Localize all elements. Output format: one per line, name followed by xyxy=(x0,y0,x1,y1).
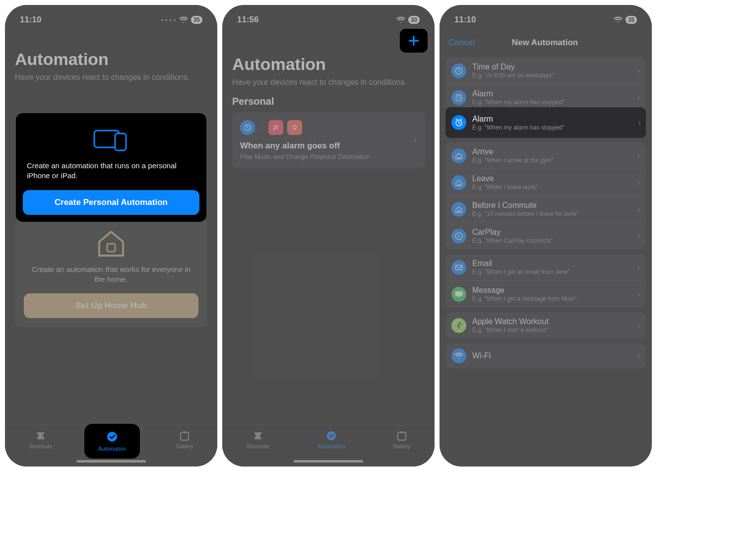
svg-point-8 xyxy=(327,431,336,440)
chevron-right-icon: › xyxy=(637,263,640,272)
alarm-icon xyxy=(451,115,466,130)
gallery-icon xyxy=(178,430,191,441)
tab-automation[interactable]: Automation xyxy=(317,430,345,449)
wifi-icon xyxy=(179,16,188,23)
svg-point-7 xyxy=(293,125,297,129)
house-in-icon xyxy=(451,148,466,163)
automation-icon xyxy=(106,431,119,444)
wifi-icon xyxy=(614,16,623,23)
clock-icon xyxy=(240,120,255,135)
status-time: 11:10 xyxy=(454,15,476,25)
home-icon xyxy=(91,230,131,258)
chevron-right-icon: › xyxy=(637,321,640,330)
shortcuts-icon xyxy=(34,430,47,441)
trigger-row-carplay[interactable]: CarPlayE.g. "When CarPlay connects"› xyxy=(445,222,646,249)
tab-gallery[interactable]: Gallery xyxy=(176,430,193,449)
trigger-group: Apple Watch WorkoutE.g. "When I start a … xyxy=(445,312,646,338)
status-time: 11:56 xyxy=(237,15,258,25)
personal-automation-card: Create an automation that runs on a pers… xyxy=(16,113,206,222)
trigger-row-apple-watch-workout[interactable]: Apple Watch WorkoutE.g. "When I start a … xyxy=(445,312,646,338)
chevron-right-icon: › xyxy=(637,290,640,299)
section-personal: Personal xyxy=(232,96,425,107)
chat-icon xyxy=(451,287,466,302)
chevron-right-icon: › xyxy=(637,351,640,360)
chevron-right-icon: › xyxy=(637,67,640,75)
shortcuts-icon xyxy=(252,430,264,441)
chevron-right-icon: › xyxy=(637,178,640,187)
svg-rect-0 xyxy=(107,244,115,252)
home-indicator xyxy=(294,460,363,463)
arrow-icon: → xyxy=(259,125,264,131)
setup-home-hub-button[interactable]: Set Up Home Hub xyxy=(24,293,198,318)
page-subtitle: Have your devices react to changes in co… xyxy=(15,72,207,83)
trigger-group: Wi-Fi› xyxy=(445,343,646,368)
home-card-text: Create an automation that works for ever… xyxy=(24,265,198,285)
chevron-right-icon: › xyxy=(637,93,640,102)
battery-level: 30 xyxy=(408,16,420,24)
trigger-group: ArriveE.g. "When I arrive at the gym"›Le… xyxy=(445,142,646,249)
gallery-icon xyxy=(395,430,408,441)
commute-icon xyxy=(451,202,466,217)
wifi-icon xyxy=(396,16,405,23)
tab-gallery[interactable]: Gallery xyxy=(393,430,411,449)
battery-level: 35 xyxy=(191,16,202,24)
automation-icon xyxy=(325,430,338,441)
chevron-right-icon: › xyxy=(637,232,640,241)
chevron-right-icon: › xyxy=(414,135,417,145)
modal-nav: Cancel New Automation xyxy=(440,30,652,53)
create-personal-automation-button[interactable]: Create Personal Automation xyxy=(23,190,199,215)
status-time: 11:10 xyxy=(20,15,41,25)
screenshot-1-automation-empty: 11:10 • • • • 35 Automation Have your de… xyxy=(5,5,217,467)
automation-row-alarm[interactable]: → When any alarm goes off Play Music and… xyxy=(232,112,425,168)
trigger-row-wi-fi[interactable]: Wi-Fi› xyxy=(445,343,646,368)
add-automation-button[interactable] xyxy=(400,29,428,53)
trigger-row-leave[interactable]: LeaveE.g. "When I leave work"› xyxy=(445,169,646,196)
trigger-row-arrive[interactable]: ArriveE.g. "When I arrive at the gym"› xyxy=(445,142,646,169)
tab-shortcuts[interactable]: Shortcuts xyxy=(29,430,52,449)
chevron-right-icon: › xyxy=(637,205,640,214)
status-bar: 11:10 35 xyxy=(440,5,652,30)
runner-icon xyxy=(451,318,466,333)
svg-rect-4 xyxy=(115,134,126,150)
carplay-icon xyxy=(451,229,466,244)
svg-point-5 xyxy=(107,432,117,442)
trigger-row-alarm[interactable]: AlarmE.g. "When my alarm has stopped"› xyxy=(445,84,646,111)
svg-rect-2 xyxy=(181,432,189,440)
personal-card-text: Create an automation that runs on a pers… xyxy=(23,161,199,181)
wifi-icon xyxy=(451,348,466,363)
tab-automation-highlight[interactable]: Automation xyxy=(84,424,140,459)
music-icon xyxy=(268,120,283,135)
automation-subtitle: Play Music and Change Playback Destinati… xyxy=(240,153,414,160)
svg-rect-14 xyxy=(455,265,462,269)
cancel-button[interactable]: Cancel xyxy=(448,38,475,48)
battery-level: 35 xyxy=(626,16,637,24)
trigger-group: EmailE.g. "When I get an email from Jane… xyxy=(445,254,646,307)
svg-point-12 xyxy=(458,210,460,211)
trigger-row-alarm[interactable]: Alarm E.g. "When my alarm has stopped" › xyxy=(445,107,646,138)
tab-shortcuts[interactable]: Shortcuts xyxy=(247,430,269,449)
chevron-right-icon: › xyxy=(638,118,641,127)
automation-title: When any alarm goes off xyxy=(240,141,414,151)
trigger-row-message[interactable]: MessageE.g. "When I get a message from M… xyxy=(445,280,646,307)
svg-point-15 xyxy=(459,322,461,324)
signal-dots: • • • • xyxy=(161,17,176,23)
clock-icon xyxy=(451,64,466,78)
chevron-right-icon: › xyxy=(637,151,640,160)
alarm-icon xyxy=(451,90,466,105)
page-title: Automation xyxy=(232,55,425,74)
airplay-icon xyxy=(287,120,302,135)
home-indicator xyxy=(76,460,146,463)
status-bar: 11:10 • • • • 35 xyxy=(5,5,217,30)
screenshot-3-new-automation: 11:10 35 Cancel New Automation Time of D… xyxy=(440,5,652,467)
mail-icon xyxy=(451,260,466,275)
status-bar: 11:56 30 xyxy=(222,5,435,30)
trigger-row-before-i-commute[interactable]: Before I CommuteE.g. "15 minutes before … xyxy=(445,196,646,222)
page-subtitle: Have your devices react to changes in co… xyxy=(232,77,425,88)
page-title: Automation xyxy=(15,50,207,69)
trigger-list: Time of DayE.g. "At 8:00 am on weekdays"… xyxy=(440,58,652,368)
devices-icon xyxy=(91,126,131,154)
trigger-row-time-of-day[interactable]: Time of DayE.g. "At 8:00 am on weekdays"… xyxy=(445,58,646,84)
screenshot-2-automation-list: 11:56 30 Automation Have your devices re… xyxy=(222,5,435,467)
house-out-icon xyxy=(451,175,466,190)
trigger-row-email[interactable]: EmailE.g. "When I get an email from Jane… xyxy=(445,254,646,280)
